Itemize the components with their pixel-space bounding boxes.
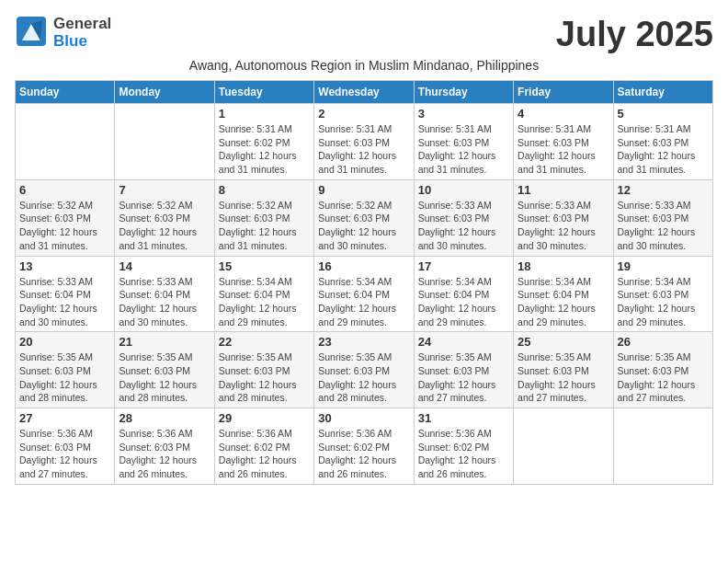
day-info: Sunrise: 5:31 AMSunset: 6:03 PMDaylight:…	[618, 122, 709, 177]
day-info: Sunrise: 5:32 AMSunset: 6:03 PMDaylight:…	[318, 199, 409, 253]
day-info: Sunrise: 5:32 AMSunset: 6:03 PMDaylight:…	[19, 199, 110, 253]
logo-icon	[15, 15, 48, 48]
day-number: 11	[518, 183, 609, 197]
day-info: Sunrise: 5:36 AMSunset: 6:03 PMDaylight:…	[19, 427, 110, 481]
calendar-week-3: 13Sunrise: 5:33 AMSunset: 6:04 PMDayligh…	[16, 256, 713, 332]
calendar-cell: 15Sunrise: 5:34 AMSunset: 6:04 PMDayligh…	[214, 256, 313, 332]
day-number: 18	[518, 259, 609, 273]
calendar-week-4: 20Sunrise: 5:35 AMSunset: 6:03 PMDayligh…	[16, 332, 713, 408]
calendar-cell: 28Sunrise: 5:36 AMSunset: 6:03 PMDayligh…	[115, 408, 214, 485]
calendar-cell: 22Sunrise: 5:35 AMSunset: 6:03 PMDayligh…	[214, 332, 313, 408]
day-number: 27	[19, 411, 110, 425]
calendar-cell: 2Sunrise: 5:31 AMSunset: 6:03 PMDaylight…	[314, 104, 414, 180]
calendar-subtitle: Awang, Autonomous Region in Muslim Minda…	[15, 58, 713, 73]
day-info: Sunrise: 5:36 AMSunset: 6:02 PMDaylight:…	[318, 427, 409, 481]
header-cell-thursday: Thursday	[414, 81, 513, 104]
page-header: General Blue July 2025	[15, 15, 713, 54]
day-info: Sunrise: 5:34 AMSunset: 6:04 PMDaylight:…	[518, 275, 609, 329]
day-number: 4	[518, 107, 609, 121]
day-number: 20	[19, 335, 110, 349]
day-number: 6	[19, 183, 110, 197]
day-number: 1	[219, 107, 310, 121]
day-info: Sunrise: 5:33 AMSunset: 6:04 PMDaylight:…	[19, 275, 110, 329]
logo-blue: Blue	[53, 33, 111, 51]
day-info: Sunrise: 5:35 AMSunset: 6:03 PMDaylight:…	[19, 350, 110, 405]
day-info: Sunrise: 5:31 AMSunset: 6:03 PMDaylight:…	[418, 122, 509, 177]
day-info: Sunrise: 5:36 AMSunset: 6:02 PMDaylight:…	[219, 427, 310, 481]
month-title: July 2025	[556, 15, 713, 54]
calendar-cell: 25Sunrise: 5:35 AMSunset: 6:03 PMDayligh…	[514, 332, 613, 408]
calendar-cell: 16Sunrise: 5:34 AMSunset: 6:04 PMDayligh…	[314, 256, 414, 332]
day-info: Sunrise: 5:31 AMSunset: 6:03 PMDaylight:…	[518, 122, 609, 177]
day-info: Sunrise: 5:34 AMSunset: 6:03 PMDaylight:…	[618, 275, 709, 329]
day-info: Sunrise: 5:35 AMSunset: 6:03 PMDaylight:…	[418, 350, 509, 405]
day-info: Sunrise: 5:35 AMSunset: 6:03 PMDaylight:…	[119, 350, 210, 405]
day-number: 10	[418, 183, 509, 197]
day-number: 19	[618, 259, 709, 273]
calendar-week-1: 1Sunrise: 5:31 AMSunset: 6:02 PMDaylight…	[16, 104, 713, 180]
day-info: Sunrise: 5:33 AMSunset: 6:04 PMDaylight:…	[119, 275, 210, 329]
calendar-cell: 14Sunrise: 5:33 AMSunset: 6:04 PMDayligh…	[115, 256, 214, 332]
day-number: 30	[318, 411, 409, 425]
header-cell-friday: Friday	[514, 81, 613, 104]
day-info: Sunrise: 5:35 AMSunset: 6:03 PMDaylight:…	[518, 350, 609, 405]
calendar-cell: 5Sunrise: 5:31 AMSunset: 6:03 PMDaylight…	[613, 104, 712, 180]
calendar-cell: 1Sunrise: 5:31 AMSunset: 6:02 PMDaylight…	[214, 104, 313, 180]
day-info: Sunrise: 5:35 AMSunset: 6:03 PMDaylight:…	[219, 350, 310, 405]
calendar-cell: 21Sunrise: 5:35 AMSunset: 6:03 PMDayligh…	[115, 332, 214, 408]
calendar-cell: 4Sunrise: 5:31 AMSunset: 6:03 PMDaylight…	[514, 104, 613, 180]
day-number: 28	[119, 411, 210, 425]
header-cell-tuesday: Tuesday	[214, 81, 313, 104]
header-row: SundayMondayTuesdayWednesdayThursdayFrid…	[16, 81, 713, 104]
calendar-cell: 9Sunrise: 5:32 AMSunset: 6:03 PMDaylight…	[314, 179, 414, 256]
day-number: 26	[618, 335, 709, 349]
header-cell-wednesday: Wednesday	[314, 81, 414, 104]
day-number: 29	[219, 411, 310, 425]
day-number: 17	[418, 259, 509, 273]
day-info: Sunrise: 5:33 AMSunset: 6:03 PMDaylight:…	[418, 199, 509, 253]
day-number: 2	[318, 107, 409, 121]
calendar-cell: 30Sunrise: 5:36 AMSunset: 6:02 PMDayligh…	[314, 408, 414, 485]
day-number: 13	[19, 259, 110, 273]
calendar-cell: 18Sunrise: 5:34 AMSunset: 6:04 PMDayligh…	[514, 256, 613, 332]
calendar-cell: 6Sunrise: 5:32 AMSunset: 6:03 PMDaylight…	[16, 179, 115, 256]
calendar-cell: 12Sunrise: 5:33 AMSunset: 6:03 PMDayligh…	[613, 179, 712, 256]
calendar-cell: 13Sunrise: 5:33 AMSunset: 6:04 PMDayligh…	[16, 256, 115, 332]
day-number: 21	[119, 335, 210, 349]
day-number: 9	[318, 183, 409, 197]
calendar-cell: 24Sunrise: 5:35 AMSunset: 6:03 PMDayligh…	[414, 332, 513, 408]
calendar-cell: 23Sunrise: 5:35 AMSunset: 6:03 PMDayligh…	[314, 332, 414, 408]
day-number: 24	[418, 335, 509, 349]
calendar-cell: 19Sunrise: 5:34 AMSunset: 6:03 PMDayligh…	[613, 256, 712, 332]
calendar-week-5: 27Sunrise: 5:36 AMSunset: 6:03 PMDayligh…	[16, 408, 713, 485]
day-number: 7	[119, 183, 210, 197]
day-info: Sunrise: 5:32 AMSunset: 6:03 PMDaylight:…	[119, 199, 210, 253]
calendar-cell	[115, 104, 214, 180]
calendar-body: 1Sunrise: 5:31 AMSunset: 6:02 PMDaylight…	[16, 104, 713, 485]
calendar-cell: 7Sunrise: 5:32 AMSunset: 6:03 PMDaylight…	[115, 179, 214, 256]
header-cell-sunday: Sunday	[16, 81, 115, 104]
day-info: Sunrise: 5:36 AMSunset: 6:03 PMDaylight:…	[119, 427, 210, 481]
day-info: Sunrise: 5:31 AMSunset: 6:02 PMDaylight:…	[219, 122, 310, 177]
calendar-cell: 8Sunrise: 5:32 AMSunset: 6:03 PMDaylight…	[214, 179, 313, 256]
calendar-cell	[16, 104, 115, 180]
day-number: 31	[418, 411, 509, 425]
day-number: 22	[219, 335, 310, 349]
day-info: Sunrise: 5:34 AMSunset: 6:04 PMDaylight:…	[318, 275, 409, 329]
day-info: Sunrise: 5:33 AMSunset: 6:03 PMDaylight:…	[618, 199, 709, 253]
day-info: Sunrise: 5:34 AMSunset: 6:04 PMDaylight:…	[418, 275, 509, 329]
calendar-table: SundayMondayTuesdayWednesdayThursdayFrid…	[15, 80, 713, 485]
day-number: 16	[318, 259, 409, 273]
day-info: Sunrise: 5:32 AMSunset: 6:03 PMDaylight:…	[219, 199, 310, 253]
day-info: Sunrise: 5:34 AMSunset: 6:04 PMDaylight:…	[219, 275, 310, 329]
header-cell-saturday: Saturday	[613, 81, 712, 104]
day-number: 8	[219, 183, 310, 197]
header-cell-monday: Monday	[115, 81, 214, 104]
day-number: 3	[418, 107, 509, 121]
calendar-cell: 31Sunrise: 5:36 AMSunset: 6:02 PMDayligh…	[414, 408, 513, 485]
day-info: Sunrise: 5:33 AMSunset: 6:03 PMDaylight:…	[518, 199, 609, 253]
day-info: Sunrise: 5:35 AMSunset: 6:03 PMDaylight:…	[318, 350, 409, 405]
calendar-cell: 11Sunrise: 5:33 AMSunset: 6:03 PMDayligh…	[514, 179, 613, 256]
calendar-cell	[514, 408, 613, 485]
calendar-cell	[613, 408, 712, 485]
